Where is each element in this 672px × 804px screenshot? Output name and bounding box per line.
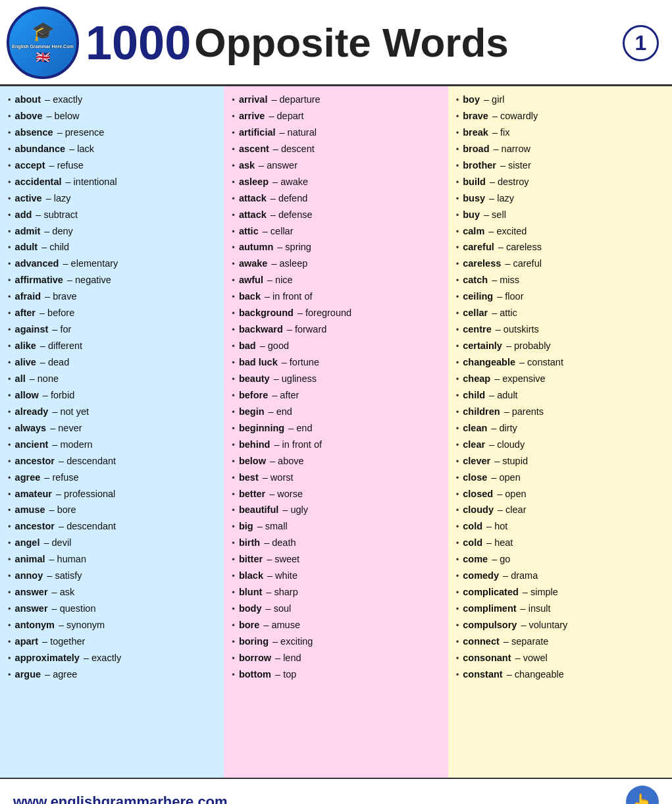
word-regular: – lazy	[43, 190, 71, 207]
bullet: •	[232, 372, 235, 387]
list-item: •ancestor – descendant	[8, 453, 216, 469]
list-item: •centre – outskirts	[456, 321, 664, 338]
word-bold: compulsory	[463, 617, 517, 633]
word-regular: – descendant	[56, 453, 116, 469]
word-regular: – girl	[481, 92, 504, 108]
word-bold: all	[15, 371, 26, 387]
word-regular: – stupid	[492, 453, 528, 469]
bullet: •	[456, 438, 459, 452]
word-regular: – destroy	[487, 174, 529, 190]
word-bold: body	[239, 601, 262, 617]
word-regular: – question	[49, 601, 96, 617]
bullet: •	[456, 471, 459, 485]
word-regular: – lend	[272, 650, 301, 666]
list-item: •compulsory – voluntary	[456, 617, 664, 633]
title-number: 1000	[86, 19, 191, 67]
list-item: •cold – hot	[456, 518, 664, 535]
word-regular: – in front of	[271, 437, 322, 453]
word-regular: – lazy	[486, 190, 514, 207]
word-bold: amuse	[15, 502, 45, 518]
list-item: •attic – cellar	[232, 223, 440, 240]
word-bold: careful	[463, 239, 494, 255]
word-bold: brave	[463, 108, 488, 124]
word-regular: – ugliness	[271, 371, 317, 387]
word-bold: before	[239, 387, 268, 404]
bullet: •	[8, 503, 11, 518]
list-item: •close – open	[456, 469, 664, 486]
word-regular: – never	[47, 420, 82, 437]
bullet: •	[232, 569, 235, 583]
word-regular: – together	[39, 633, 85, 650]
word-regular: – end	[286, 420, 312, 437]
word-regular: – hot	[484, 518, 507, 535]
word-bold: ancestor	[15, 453, 55, 469]
list-item: •catch – miss	[456, 272, 664, 288]
word-bold: centre	[463, 321, 492, 338]
bullet: •	[232, 651, 235, 666]
list-item: •better – worse	[232, 486, 440, 502]
list-item: •agree – refuse	[8, 469, 216, 486]
list-item: •comedy – drama	[456, 568, 664, 584]
bullet: •	[456, 225, 459, 239]
bullet: •	[8, 372, 11, 387]
word-regular: – separate	[501, 633, 549, 650]
word-regular: – defend	[268, 190, 307, 207]
bullet: •	[8, 635, 11, 649]
word-regular: – vowel	[513, 650, 548, 666]
bullet: •	[8, 126, 11, 140]
word-bold: agree	[15, 469, 41, 486]
list-item: •come – go	[456, 551, 664, 568]
list-item: •awful – nice	[232, 272, 440, 288]
word-bold: about	[15, 92, 41, 108]
list-item: •apart – together	[8, 633, 216, 650]
word-bold: close	[463, 469, 487, 486]
bullet: •	[456, 306, 459, 321]
word-bold: build	[463, 174, 486, 190]
bullet: •	[456, 585, 459, 600]
list-item: •blunt – sharp	[232, 584, 440, 601]
list-item: •answer – question	[8, 601, 216, 617]
word-bold: absence	[15, 124, 53, 141]
list-item: •bad luck – fortune	[232, 354, 440, 371]
bullet: •	[232, 208, 235, 223]
list-item: •background – foreground	[232, 305, 440, 321]
bullet: •	[456, 290, 459, 304]
bullet: •	[232, 552, 235, 567]
bullet: •	[232, 487, 235, 502]
bullet: •	[456, 536, 459, 550]
list-item: •abundance – lack	[8, 141, 216, 157]
list-item: •alive – dead	[8, 354, 216, 371]
word-bold: attack	[239, 190, 267, 207]
word-bold: answer	[15, 601, 48, 617]
word-bold: certainly	[463, 338, 502, 354]
bullet: •	[456, 618, 459, 633]
bullet: •	[456, 159, 459, 173]
word-regular: – clear	[495, 502, 527, 518]
word-bold: artificial	[239, 124, 276, 141]
list-item: •careless – careful	[456, 255, 664, 272]
bullet: •	[456, 389, 459, 403]
word-bold: background	[239, 305, 294, 321]
word-bold: backward	[239, 321, 283, 338]
word-regular: – before	[37, 305, 74, 321]
word-bold: ascent	[239, 141, 269, 157]
word-regular: – refuse	[41, 469, 78, 486]
word-regular: – elementary	[60, 255, 118, 272]
bullet: •	[456, 175, 459, 190]
bullet: •	[456, 192, 459, 206]
word-bold: cold	[463, 535, 482, 551]
word-bold: arrival	[239, 92, 268, 108]
list-item: •amateur – professional	[8, 486, 216, 502]
bullet: •	[456, 240, 459, 255]
bullet: •	[8, 487, 11, 502]
word-regular: – natural	[277, 124, 317, 141]
word-bold: autumn	[239, 239, 273, 255]
word-bold: changeable	[463, 354, 515, 371]
bullet: •	[8, 618, 11, 633]
word-bold: after	[15, 305, 36, 321]
word-bold: affirmative	[15, 272, 63, 288]
word-bold: approximately	[15, 650, 80, 666]
list-item: •accidental – intentional	[8, 174, 216, 190]
bullet: •	[232, 668, 235, 682]
word-regular: – go	[489, 551, 510, 568]
